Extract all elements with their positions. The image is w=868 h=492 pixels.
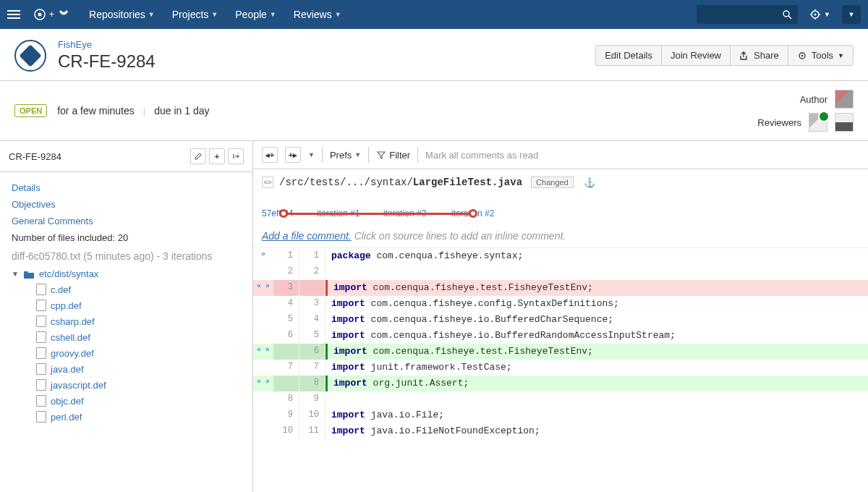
tools-button[interactable]: Tools ▼ (788, 45, 854, 66)
file-name: javascript.def (51, 380, 106, 391)
expand-icon[interactable] (253, 312, 273, 328)
add-icon-button[interactable]: + (209, 148, 225, 164)
file-row[interactable]: groovy.def (36, 345, 241, 361)
diff-line[interactable]: 65import com.cenqua.fisheye.io.BufferedR… (253, 328, 868, 344)
nav-repositories[interactable]: Repositories▼ (82, 4, 162, 25)
chevron-down-icon[interactable]: ▼ (308, 151, 315, 158)
diff-line[interactable]: 910import java.io.File; (253, 407, 868, 423)
file-row[interactable]: cshell.def (36, 329, 241, 345)
code-content: import junit.framework.TestCase; (326, 360, 868, 376)
diff-line[interactable]: 77import junit.framework.TestCase; (253, 360, 868, 376)
file-name: cshell.def (51, 332, 90, 343)
file-row[interactable]: javascript.def (36, 377, 241, 393)
nav-people[interactable]: People▼ (228, 4, 284, 25)
expand-icon[interactable]: » (253, 248, 273, 264)
diff-line[interactable]: 43import com.cenqua.fisheye.config.Synta… (253, 296, 868, 312)
file-row[interactable]: cpp.def (36, 297, 241, 313)
iteration-handle[interactable] (279, 209, 288, 218)
diff-line[interactable]: « »6import com.cenqua.fisheye.test.Fishe… (253, 344, 868, 360)
mark-read-button[interactable]: Mark all comments as read (425, 150, 538, 161)
nav-reviews[interactable]: Reviews▼ (286, 4, 349, 25)
sidebar-objectives-link[interactable]: Objectives (12, 196, 241, 213)
expand-icon[interactable] (253, 264, 273, 280)
edit-icon-button[interactable] (190, 148, 206, 164)
file-row[interactable]: perl.def (36, 409, 241, 425)
expand-icon[interactable] (253, 423, 273, 439)
page-title: CR-FE-9284 (58, 51, 156, 72)
avatar[interactable] (835, 113, 854, 132)
expand-icon[interactable]: « » (253, 376, 273, 391)
line-number-new: 6 (299, 344, 326, 360)
line-number-old: 9 (273, 407, 299, 423)
line-number-new: 8 (299, 376, 326, 391)
line-number-new: 2 (299, 264, 326, 280)
diff-line[interactable]: « »3import com.cenqua.fisheye.test.Fishe… (253, 280, 868, 296)
settings-button[interactable]: ▼ (804, 6, 836, 23)
diff-line[interactable]: 89 (253, 391, 868, 407)
user-menu[interactable]: ▼ (842, 5, 861, 24)
anchor-icon[interactable]: ⚓ (584, 177, 595, 188)
expand-icon[interactable] (253, 296, 273, 312)
hint-text: Click on source lines to add an inline c… (354, 230, 566, 242)
chevron-down-icon[interactable]: ▼ (12, 270, 19, 278)
code-content: package com.cenqua.fisheye.syntax; (326, 248, 868, 264)
line-number-old: 1 (273, 248, 299, 264)
svg-point-1 (38, 13, 42, 17)
prev-file-button[interactable]: ◂+ (262, 147, 278, 163)
collapse-icon-button[interactable] (228, 148, 244, 164)
expand-icon[interactable]: « » (253, 344, 273, 360)
chevron-down-icon: ▼ (270, 11, 276, 18)
diff-line[interactable]: « »8import org.junit.Assert; (253, 376, 868, 391)
diff-line[interactable]: 54import com.cenqua.fisheye.io.BufferedC… (253, 312, 868, 328)
review-due: due in 1 day (154, 105, 209, 116)
prefs-button[interactable]: Prefs▼ (330, 150, 361, 161)
filter-icon (376, 150, 386, 160)
filter-button[interactable]: Filter (376, 150, 410, 161)
sidebar-details-link[interactable]: Details (12, 179, 241, 196)
file-row[interactable]: csharp.def (36, 313, 241, 329)
iteration-handle[interactable] (469, 209, 477, 218)
search-icon (782, 9, 792, 20)
next-file-button[interactable]: +▸ (285, 147, 301, 163)
iterations-selector: 57ef004 iteration #1 iteration #3 iterat… (253, 195, 868, 226)
file-icon (36, 315, 46, 327)
add-file-comment-link[interactable]: Add a file comment. (262, 230, 352, 242)
line-number-new: 9 (299, 391, 326, 407)
sidebar-general-comments-link[interactable]: General Comments (12, 213, 241, 229)
nav-projects[interactable]: Projects▼ (165, 4, 226, 25)
join-review-button[interactable]: Join Review (661, 45, 730, 66)
file-row[interactable]: c.def (36, 281, 241, 297)
folder-row[interactable]: ▼ etc/dist/syntax (12, 266, 241, 281)
line-number-new: 1 (299, 248, 326, 264)
expand-icon[interactable] (253, 407, 273, 423)
collapse-icon (231, 152, 240, 161)
review-age: for a few minutes (57, 105, 135, 116)
menu-icon[interactable] (7, 6, 25, 23)
file-row[interactable]: java.def (36, 361, 241, 377)
page-header: FishEye CR-FE-9284 Edit Details Join Rev… (0, 29, 868, 81)
sidebar-header: CR-FE-9284 + (0, 141, 252, 172)
code-content (326, 264, 868, 280)
expand-icon[interactable] (253, 360, 273, 376)
header-actions: Edit Details Join Review Share Tools ▼ (595, 45, 854, 66)
iteration-track[interactable]: 57ef004 iteration #1 iteration #3 iterat… (279, 208, 496, 221)
diff-line[interactable]: »11package com.cenqua.fisheye.syntax; (253, 248, 868, 264)
expand-icon[interactable] (253, 391, 273, 407)
diff-line[interactable]: 22 (253, 264, 868, 280)
code-content: import org.junit.Assert; (326, 376, 868, 391)
avatar[interactable] (835, 90, 854, 109)
svg-point-5 (814, 14, 817, 16)
expand-icon[interactable] (253, 328, 273, 344)
diff-line[interactable]: 1011import java.io.FileNotFoundException… (253, 423, 868, 439)
nav-links: Repositories▼ Projects▼ People▼ Reviews▼ (82, 4, 349, 25)
diff-meta: diff-6c05780.txt (5 minutes ago) - 3 ite… (12, 246, 241, 265)
expand-icon[interactable]: « » (253, 280, 273, 296)
share-button[interactable]: Share (730, 45, 788, 66)
edit-details-button[interactable]: Edit Details (595, 45, 661, 66)
file-row[interactable]: objc.def (36, 393, 241, 409)
app-logo[interactable]: + (33, 8, 70, 21)
search-input[interactable] (697, 5, 798, 24)
breadcrumb[interactable]: FishEye (58, 39, 156, 50)
avatar[interactable] (809, 113, 827, 132)
file-path[interactable]: /src/tests/.../syntax/LargeFileTest.java (279, 177, 522, 188)
